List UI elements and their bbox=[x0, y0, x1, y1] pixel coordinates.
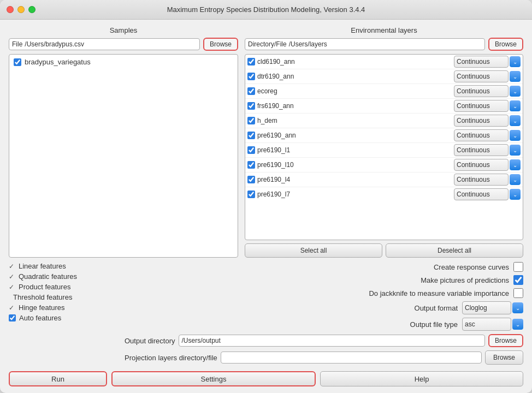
env-layer-checkbox[interactable] bbox=[247, 87, 255, 95]
output-file-type-row: Output file type asc bil grd ⌄ bbox=[125, 318, 523, 331]
env-layer-row: frs6190_annContinuousCategorical⌄ bbox=[245, 99, 523, 114]
samples-file-path: File /Users/bradypus.csv bbox=[9, 38, 200, 50]
env-type-arrow-icon[interactable]: ⌄ bbox=[510, 174, 521, 185]
env-type-arrow-icon[interactable]: ⌄ bbox=[510, 189, 521, 200]
env-layer-row: pre6190_l4ContinuousCategorical⌄ bbox=[245, 172, 523, 187]
jackknife-checkbox[interactable] bbox=[513, 288, 523, 298]
env-layer-name: dtr6190_ann bbox=[257, 73, 452, 80]
output-dir-path: /Users/output bbox=[179, 335, 485, 347]
env-type-arrow-icon[interactable]: ⌄ bbox=[510, 56, 521, 67]
env-layer-name: pre6190_l7 bbox=[257, 190, 452, 198]
env-type-select[interactable]: ContinuousCategorical bbox=[454, 144, 509, 156]
env-type-arrow-icon[interactable]: ⌄ bbox=[510, 159, 521, 170]
species-checkbox[interactable] bbox=[14, 58, 21, 66]
window-title: Maximum Entropy Species Distribution Mod… bbox=[0, 5, 532, 14]
env-layer-checkbox[interactable] bbox=[247, 132, 255, 139]
feature-check-icon: ✓ bbox=[9, 304, 14, 312]
samples-list: bradypus_variegatus bbox=[9, 54, 238, 258]
env-layers-panel: Environmental layers Directory/File /Use… bbox=[245, 26, 523, 258]
response-curves-row: Create response curves bbox=[125, 262, 523, 272]
output-file-type-arrow-icon[interactable]: ⌄ bbox=[512, 319, 523, 330]
features-section: ✓Linear features✓Quadratic features✓Prod… bbox=[9, 262, 118, 365]
minimize-button[interactable] bbox=[17, 6, 25, 13]
env-type-select[interactable]: ContinuousCategorical bbox=[454, 56, 509, 68]
settings-button[interactable]: Settings bbox=[111, 371, 316, 386]
output-format-row: Output format Raw Logistic Cloglog Cumul… bbox=[125, 301, 523, 314]
main-window: Maximum Entropy Species Distribution Mod… bbox=[0, 0, 532, 393]
feature-item: ✓Hinge features bbox=[9, 303, 118, 312]
pictures-label: Make pictures of predictions bbox=[421, 276, 509, 284]
output-format-wrapper: Raw Logistic Cloglog Cumulative ⌄ bbox=[462, 301, 523, 314]
env-type-select[interactable]: ContinuousCategorical bbox=[454, 100, 509, 112]
env-layer-checkbox[interactable] bbox=[247, 176, 255, 183]
feature-label: Product features bbox=[19, 283, 70, 291]
bottom-buttons: Run Settings Help bbox=[9, 371, 523, 386]
jackknife-label: Do jackknife to measure variable importa… bbox=[369, 289, 509, 297]
output-dir-browse-button[interactable]: Browse bbox=[488, 334, 523, 347]
env-layers-header: Environmental layers bbox=[245, 26, 523, 34]
env-type-arrow-icon[interactable]: ⌄ bbox=[510, 71, 521, 82]
feature-checkbox[interactable] bbox=[9, 314, 16, 321]
env-layer-row: pre6190_l10ContinuousCategorical⌄ bbox=[245, 158, 523, 172]
help-button[interactable]: Help bbox=[320, 371, 523, 386]
main-content: Samples File /Users/bradypus.csv Browse … bbox=[0, 20, 532, 393]
response-curves-checkbox[interactable] bbox=[513, 262, 523, 272]
env-layer-checkbox[interactable] bbox=[247, 117, 255, 124]
response-curves-label: Create response curves bbox=[434, 263, 509, 271]
samples-file-row: File /Users/bradypus.csv Browse bbox=[9, 38, 238, 51]
env-layer-checkbox[interactable] bbox=[247, 146, 255, 154]
env-type-select[interactable]: ContinuousCategorical bbox=[454, 129, 509, 141]
traffic-lights bbox=[7, 6, 36, 13]
env-layer-name: ecoreg bbox=[257, 87, 452, 95]
env-layer-checkbox[interactable] bbox=[247, 73, 255, 80]
feature-item: ✓Quadratic features bbox=[9, 272, 118, 281]
output-file-type-select[interactable]: asc bil grd bbox=[462, 318, 511, 331]
feature-check-icon: ✓ bbox=[9, 263, 14, 270]
env-type-wrapper: ContinuousCategorical⌄ bbox=[454, 129, 521, 141]
env-type-select[interactable]: ContinuousCategorical bbox=[454, 70, 509, 82]
pictures-checkbox[interactable] bbox=[513, 275, 523, 285]
env-type-arrow-icon[interactable]: ⌄ bbox=[510, 100, 521, 111]
env-layer-checkbox[interactable] bbox=[247, 190, 255, 198]
env-layer-checkbox[interactable] bbox=[247, 102, 255, 110]
env-layer-checkbox[interactable] bbox=[247, 161, 255, 169]
env-layer-row: pre6190_l1ContinuousCategorical⌄ bbox=[245, 143, 523, 158]
env-type-arrow-icon[interactable]: ⌄ bbox=[510, 130, 521, 141]
feature-item: ✓Product features bbox=[9, 283, 118, 291]
samples-browse-button[interactable]: Browse bbox=[203, 38, 238, 51]
env-browse-button[interactable]: Browse bbox=[488, 38, 523, 51]
jackknife-row: Do jackknife to measure variable importa… bbox=[125, 288, 523, 298]
env-button-row: Select all Deselect all bbox=[245, 243, 523, 258]
env-type-arrow-icon[interactable]: ⌄ bbox=[510, 86, 521, 97]
output-format-select[interactable]: Raw Logistic Cloglog Cumulative bbox=[462, 301, 511, 314]
output-format-arrow-icon[interactable]: ⌄ bbox=[512, 302, 523, 313]
titlebar: Maximum Entropy Species Distribution Mod… bbox=[0, 0, 532, 20]
env-dir-label: Directory/File bbox=[248, 40, 287, 48]
close-button[interactable] bbox=[7, 6, 14, 13]
env-layer-row: cld6190_annContinuousCategorical⌄ bbox=[245, 55, 523, 69]
output-dir-label: Output directory bbox=[125, 337, 175, 345]
deselect-all-button[interactable]: Deselect all bbox=[386, 243, 523, 258]
feature-label[interactable]: Auto features bbox=[19, 314, 61, 322]
env-type-select[interactable]: ContinuousCategorical bbox=[454, 85, 509, 97]
select-all-button[interactable]: Select all bbox=[245, 243, 382, 258]
run-button[interactable]: Run bbox=[9, 371, 107, 386]
env-file-row: Directory/File /Users/layers Browse bbox=[245, 38, 523, 51]
env-layer-name: cld6190_ann bbox=[257, 58, 452, 66]
env-layer-row: dtr6190_annContinuousCategorical⌄ bbox=[245, 69, 523, 84]
env-type-select[interactable]: ContinuousCategorical bbox=[454, 159, 509, 171]
env-type-wrapper: ContinuousCategorical⌄ bbox=[454, 70, 521, 82]
output-file-type-wrapper: asc bil grd ⌄ bbox=[462, 318, 523, 331]
projection-dir-row: Projection layers directory/file Browse bbox=[125, 350, 523, 365]
env-type-select[interactable]: ContinuousCategorical bbox=[454, 115, 509, 127]
env-type-arrow-icon[interactable]: ⌄ bbox=[510, 145, 521, 156]
maximize-button[interactable] bbox=[28, 6, 36, 13]
env-type-select[interactable]: ContinuousCategorical bbox=[454, 188, 509, 200]
list-item: bradypus_variegatus bbox=[11, 57, 235, 67]
env-type-select[interactable]: ContinuousCategorical bbox=[454, 174, 509, 186]
env-layer-row: pre6190_annContinuousCategorical⌄ bbox=[245, 128, 523, 143]
projection-browse-button[interactable]: Browse bbox=[485, 350, 523, 365]
feature-check-icon: ✓ bbox=[9, 283, 14, 291]
env-type-arrow-icon[interactable]: ⌄ bbox=[510, 115, 521, 126]
env-layer-checkbox[interactable] bbox=[247, 58, 255, 66]
